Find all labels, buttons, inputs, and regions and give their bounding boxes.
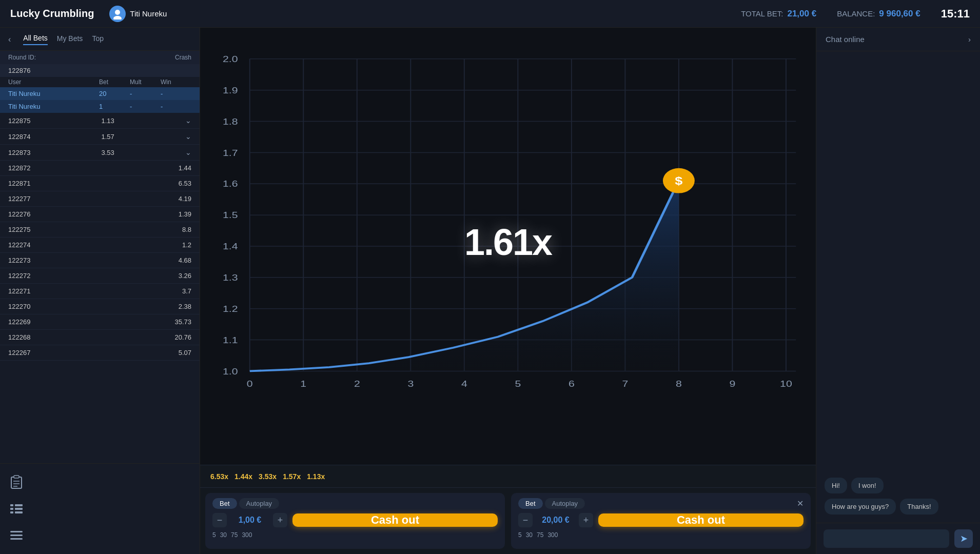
round-summary-row[interactable]: 122267 5.07: [0, 345, 200, 361]
bet-1-amount[interactable]: 1,00 €: [232, 516, 268, 525]
chat-bubble: How are you guys?: [825, 499, 896, 515]
cash-out-btn-1[interactable]: Cash out: [292, 513, 498, 527]
svg-point-1: [113, 16, 122, 19]
balance-value: 9 960,60 €: [879, 9, 920, 19]
round-summary-row[interactable]: 122277 4.19: [0, 191, 200, 207]
bet-panel-1-tabs: Bet Autoplay: [212, 498, 498, 509]
round-summary-row[interactable]: 122872 1.44: [0, 161, 200, 176]
clipboard-icon[interactable]: [8, 474, 25, 490]
tab-top[interactable]: Top: [92, 34, 104, 45]
balance-stat: BALANCE: 9 960,60 €: [837, 9, 920, 19]
quick-bet[interactable]: 5: [212, 531, 216, 539]
round-summary-row[interactable]: 122273 4.68: [0, 253, 200, 268]
left-bottom-icons: [0, 463, 200, 554]
quick-bet[interactable]: 30: [526, 531, 533, 539]
menu-icon[interactable]: [8, 527, 25, 544]
tab-my-bets[interactable]: My Bets: [57, 34, 83, 45]
svg-text:9: 9: [730, 379, 736, 388]
right-panel: Chat online › Hi! I won! How are you guy…: [816, 28, 980, 554]
quick-bets-2: 5 30 75 300: [518, 531, 803, 539]
bet-tab-2-bet[interactable]: Bet: [518, 498, 543, 509]
round-summary-row[interactable]: 122875 1.13 ⌄: [0, 113, 200, 129]
svg-text:5: 5: [515, 379, 521, 388]
chat-send-button[interactable]: ➤: [954, 529, 973, 548]
round-summary-row[interactable]: 122269 35.73: [0, 314, 200, 330]
quick-bet[interactable]: 30: [220, 531, 227, 539]
round-summary-row[interactable]: 122873 3.53 ⌄: [0, 145, 200, 161]
round-summary-row[interactable]: 122276 1.39: [0, 207, 200, 222]
chat-bubble: Thanks!: [900, 499, 938, 515]
svg-text:10: 10: [780, 379, 792, 388]
svg-text:7: 7: [622, 379, 628, 388]
chat-row: Hi! I won!: [825, 478, 972, 493]
balance-label: BALANCE:: [837, 9, 875, 18]
round-id-row: 122876: [0, 64, 200, 77]
cash-out-btn-2[interactable]: Cash out: [598, 513, 803, 527]
chat-bubble: I won!: [851, 478, 884, 493]
svg-rect-12: [15, 511, 23, 513]
avatar: [109, 6, 126, 22]
bet-row: Titi Nureku 1 - -: [0, 100, 200, 113]
bet-1-amount-controls: − 1,00 € + Cash out: [212, 513, 498, 527]
chat-bubble: Hi!: [825, 478, 847, 493]
bet-tab-2-autoplay[interactable]: Autoplay: [545, 498, 585, 509]
center-panel: 2.0 1.9 1.8 1.7 1.6 1.5 1.4 1.3 1.2 1.1 …: [200, 28, 816, 554]
bet-2-amount[interactable]: 20,00 €: [538, 516, 574, 525]
quick-bet[interactable]: 75: [537, 531, 543, 539]
history-item: 6.53x: [210, 472, 228, 481]
bet-2-amount-controls: − 20,00 € + Cash out: [518, 513, 803, 527]
quick-bet[interactable]: 300: [547, 531, 558, 539]
history-item: 1.57x: [283, 472, 301, 481]
left-panel: ‹ All Bets My Bets Top Round ID: Crash 1…: [0, 28, 200, 554]
svg-text:1.1: 1.1: [223, 335, 238, 345]
svg-text:4: 4: [461, 379, 467, 388]
svg-rect-15: [10, 538, 23, 540]
quick-bet[interactable]: 75: [231, 531, 238, 539]
svg-text:1.6: 1.6: [223, 180, 238, 189]
bet-2-decrease[interactable]: −: [518, 513, 533, 527]
svg-text:1.2: 1.2: [223, 304, 238, 313]
quick-bet[interactable]: 5: [518, 531, 522, 539]
svg-rect-3: [14, 476, 19, 478]
close-icon[interactable]: ✕: [797, 499, 803, 508]
app-logo: Lucky Crumbling: [10, 8, 94, 19]
bet-panel-2-tabs: Bet Autoplay ✕: [518, 498, 803, 509]
chat-messages: Hi! I won! How are you guys? Thanks!: [816, 51, 980, 523]
svg-text:1.4: 1.4: [223, 242, 238, 251]
bet-1-decrease[interactable]: −: [212, 513, 227, 527]
header: Lucky Crumbling Titi Nureku TOTAL BET: 2…: [0, 0, 980, 28]
svg-rect-9: [10, 508, 13, 510]
graph-area: 2.0 1.9 1.8 1.7 1.6 1.5 1.4 1.3 1.2 1.1 …: [200, 28, 816, 465]
round-summary-row[interactable]: 122272 3.26: [0, 268, 200, 284]
round-summary-row[interactable]: 122270 2.38: [0, 299, 200, 314]
quick-bet[interactable]: 300: [242, 531, 252, 539]
svg-rect-8: [15, 504, 23, 506]
bet-tab-1-autoplay[interactable]: Autoplay: [239, 498, 280, 509]
chat-input[interactable]: [824, 529, 949, 548]
bet-tab-1-bet[interactable]: Bet: [212, 498, 237, 509]
bet-1-increase[interactable]: +: [273, 513, 287, 527]
current-time: 15:11: [941, 7, 970, 21]
round-summary-row[interactable]: 122275 8.8: [0, 222, 200, 238]
quick-bets-1: 5 30 75 300: [212, 531, 498, 539]
round-summary-row[interactable]: 122274 1.2: [0, 238, 200, 253]
round-summary-row[interactable]: 122874 1.57 ⌄: [0, 129, 200, 145]
tab-all-bets[interactable]: All Bets: [23, 34, 47, 45]
back-icon[interactable]: ‹: [8, 35, 11, 44]
chat-header: Chat online ›: [816, 28, 980, 51]
bet-2-increase[interactable]: +: [579, 513, 593, 527]
svg-text:1.8: 1.8: [223, 117, 238, 126]
svg-text:2.0: 2.0: [223, 54, 238, 64]
round-summary-row[interactable]: 122271 3.7: [0, 284, 200, 299]
bet-panel-1: Bet Autoplay − 1,00 € + Cash out 5 30 75…: [205, 493, 505, 549]
svg-text:6: 6: [569, 379, 575, 388]
svg-text:3: 3: [407, 379, 414, 388]
svg-text:2: 2: [354, 379, 360, 388]
round-summary-row[interactable]: 122268 20.76: [0, 330, 200, 345]
round-summary-row[interactable]: 122871 6.53: [0, 176, 200, 191]
bet-row: Titi Nureku 20 - -: [0, 87, 200, 100]
svg-rect-13: [10, 531, 23, 532]
svg-rect-10: [15, 508, 23, 510]
list-icon[interactable]: [8, 501, 25, 517]
chat-header-label: Chat online: [826, 35, 865, 44]
